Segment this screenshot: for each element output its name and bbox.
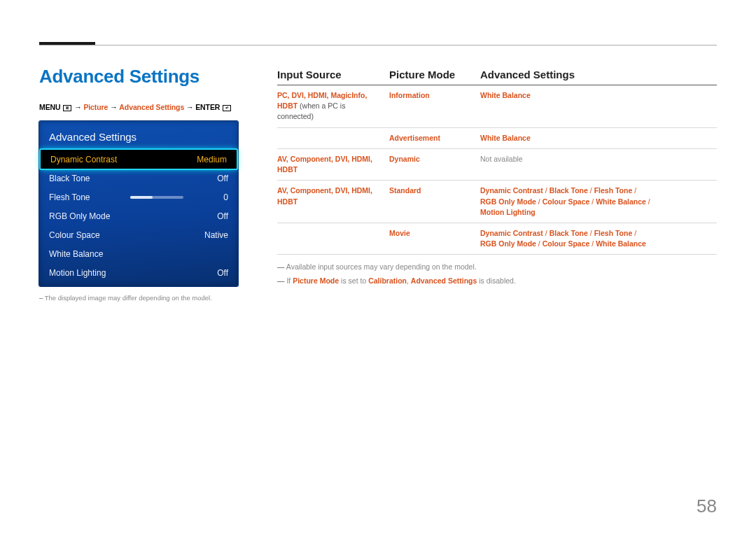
hl-text: Advertisement — [389, 134, 440, 142]
cell-picture-mode: Dynamic — [389, 148, 480, 180]
osd-row-label: Motion Lighting — [49, 268, 106, 278]
osd-row-value: Off — [217, 268, 228, 278]
th-advanced-settings: Advanced Settings — [480, 66, 717, 85]
separator: / — [543, 229, 550, 237]
separator: / — [589, 197, 596, 206]
cell-input-source: PC, DVI, HDMI, MagicInfo, HDBT (when a P… — [277, 85, 389, 128]
hl-text: Black Tone — [550, 186, 588, 195]
separator: / — [632, 229, 636, 237]
osd-row[interactable]: Black ToneOff — [39, 169, 238, 188]
hl-text: Standard — [389, 186, 421, 195]
table-row: PC, DVI, HDMI, MagicInfo, HDBT (when a P… — [277, 85, 717, 128]
separator: / — [536, 239, 542, 248]
cell-advanced: Dynamic Contrast / Black Tone / Flesh To… — [480, 223, 717, 254]
arrow-icon: → — [110, 103, 119, 111]
osd-row-value: Native — [204, 230, 228, 240]
th-picture-mode: Picture Mode — [389, 66, 480, 85]
separator: / — [589, 239, 596, 248]
separator: / — [646, 197, 650, 206]
osd-row-label: Colour Space — [49, 230, 100, 240]
hl-text: Flesh Tone — [594, 186, 633, 195]
hl-text: Movie — [389, 229, 410, 237]
hl-text: Dynamic — [389, 155, 420, 163]
osd-row-label: White Balance — [49, 249, 103, 259]
osd-row-value: Medium — [197, 155, 227, 164]
cell-advanced: White Balance — [480, 85, 717, 128]
cell-input-source: AV, Component, DVI, HDMI, HDBT — [277, 148, 389, 180]
table-row: AdvertisementWhite Balance — [277, 127, 717, 148]
breadcrumb-enter: ENTER — [195, 103, 220, 111]
breadcrumb: MENU Ⅲ → Picture → Advanced Settings → E… — [39, 103, 249, 111]
osd-row[interactable]: Flesh Tone0 — [39, 188, 238, 206]
separator: / — [536, 197, 542, 206]
note-1: Available input sources may vary dependi… — [277, 262, 717, 273]
hl-text: Information — [389, 91, 430, 99]
breadcrumb-item: Advanced Settings — [119, 103, 184, 111]
th-input-source: Input Source — [277, 66, 389, 85]
table-row: MovieDynamic Contrast / Black Tone / Fle… — [277, 223, 717, 254]
left-column: Advanced Settings MENU Ⅲ → Picture → Adv… — [39, 66, 249, 506]
cell-input-source: AV, Component, DVI, HDMI, HDBT — [277, 181, 389, 223]
table-row: AV, Component, DVI, HDMI, HDBTDynamicNot… — [277, 148, 717, 180]
separator: / — [543, 186, 550, 195]
osd-row-label: Dynamic Contrast — [50, 155, 117, 164]
page-number: 58 — [696, 496, 717, 517]
page-content: Advanced Settings MENU Ⅲ → Picture → Adv… — [39, 45, 717, 506]
enter-icon: ↵ — [223, 105, 231, 111]
right-column: Input Source Picture Mode Advanced Setti… — [277, 66, 717, 506]
hl-text: RGB Only Mode — [480, 197, 536, 206]
cell-input-source — [277, 127, 389, 148]
osd-row[interactable]: White Balance — [39, 244, 238, 263]
hl-text: Motion Lighting — [480, 208, 536, 216]
hl-text: White Balance — [480, 91, 531, 99]
panel-footnote: The displayed image may differ depending… — [39, 293, 249, 302]
cell-picture-mode: Standard — [389, 181, 480, 223]
slider[interactable] — [130, 196, 183, 199]
hl-text: AV, Component, DVI, HDMI, HDBT — [277, 155, 372, 174]
menu-icon: Ⅲ — [63, 105, 71, 111]
cell-picture-mode: Movie — [389, 223, 480, 254]
hl-text: Colour Space — [542, 197, 590, 206]
hl-text: White Balance — [596, 239, 646, 248]
hl-text: Dynamic Contrast — [480, 186, 543, 195]
note-2: If Picture Mode is set to Calibration, A… — [277, 276, 717, 287]
hl-text: AV, Component, DVI, HDMI, HDBT — [277, 186, 372, 205]
osd-row-value: 0 — [223, 192, 228, 202]
osd-row[interactable]: Dynamic ContrastMedium — [41, 150, 237, 169]
settings-table: Input Source Picture Mode Advanced Setti… — [277, 66, 717, 255]
osd-row-value: Off — [217, 211, 228, 221]
separator: / — [588, 186, 594, 195]
notes: Available input sources may vary dependi… — [277, 262, 717, 287]
cell-input-source — [277, 223, 389, 254]
hl-text: White Balance — [480, 134, 531, 142]
hl-text: RGB Only Mode — [480, 239, 536, 248]
cell-picture-mode: Advertisement — [389, 127, 480, 148]
osd-panel: Advanced Settings Dynamic ContrastMedium… — [39, 121, 238, 286]
separator: / — [632, 186, 636, 195]
arrow-icon: → — [74, 103, 83, 111]
osd-row[interactable]: Motion LightingOff — [39, 263, 238, 282]
breadcrumb-item: Picture — [83, 103, 108, 111]
table-row: AV, Component, DVI, HDMI, HDBTStandardDy… — [277, 181, 717, 223]
cell-picture-mode: Information — [389, 85, 480, 128]
hl-text: White Balance — [596, 197, 646, 206]
plain-text: Not available — [480, 155, 523, 163]
cell-advanced: White Balance — [480, 127, 717, 148]
slider-container — [90, 196, 223, 199]
osd-row-value: Off — [217, 174, 228, 183]
osd-row[interactable]: RGB Only ModeOff — [39, 206, 238, 225]
hl-text: Black Tone — [550, 229, 588, 237]
breadcrumb-menu: MENU — [39, 103, 61, 111]
hl-text: Flesh Tone — [594, 229, 633, 237]
osd-row-label: Flesh Tone — [49, 192, 90, 202]
separator: / — [588, 229, 594, 237]
section-heading: Advanced Settings — [39, 66, 249, 87]
osd-row-label: Black Tone — [49, 174, 90, 183]
osd-row-label: RGB Only Mode — [49, 211, 110, 221]
cell-advanced: Not available — [480, 148, 717, 180]
osd-row[interactable]: Colour SpaceNative — [39, 225, 238, 244]
slider-fill — [130, 196, 153, 199]
hl-text: Dynamic Contrast — [480, 229, 543, 237]
osd-panel-title: Advanced Settings — [39, 128, 238, 150]
cell-advanced: Dynamic Contrast / Black Tone / Flesh To… — [480, 181, 717, 223]
